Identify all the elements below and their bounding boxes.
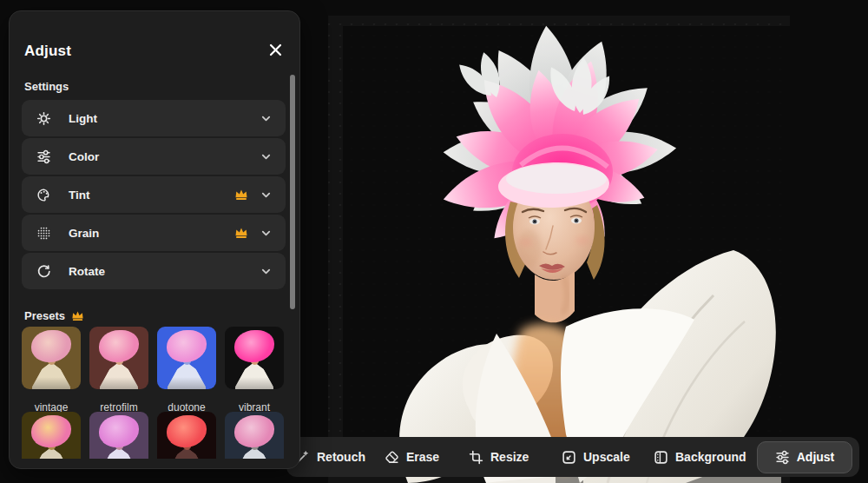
preset-thumbnail-retrofilm[interactable] [89, 327, 148, 389]
toolbar-button-erase[interactable]: Erase [385, 437, 439, 477]
presets-grid-row1 [22, 327, 286, 389]
chevron-down-icon [259, 149, 273, 164]
portrait-artwork [328, 16, 790, 483]
grain-icon [34, 225, 53, 241]
setting-row-light[interactable]: Light [22, 100, 286, 136]
presets-section-label: Presets [24, 309, 84, 322]
preset-flower-shape [234, 415, 274, 447]
preset-dress-shape [100, 362, 138, 389]
preset-dress-shape [235, 362, 273, 389]
preset-thumbnail-vibrant[interactable] [225, 327, 284, 389]
crown-icon [234, 227, 248, 239]
setting-row-label: Light [69, 112, 97, 125]
preset-flower-shape [31, 330, 71, 362]
preset-thumbnail[interactable] [22, 412, 81, 459]
portrait-image[interactable] [328, 16, 790, 483]
toolbar-button-label: Resize [490, 450, 529, 464]
settings-label-text: Settings [24, 80, 69, 93]
adjust-sliders-icon [775, 450, 790, 465]
color-sliders-icon [34, 149, 53, 164]
preset-flower-shape [167, 330, 207, 362]
setting-row-rotate[interactable]: Rotate [22, 253, 286, 289]
preset-flower-shape [99, 415, 139, 447]
setting-row-label: Tint [69, 189, 90, 202]
preset-flower-shape [234, 330, 274, 362]
erase-icon [385, 450, 399, 465]
toolbar-button-retouch[interactable]: Retouch [295, 437, 365, 477]
preset-dress-shape [32, 362, 70, 389]
resize-icon [469, 450, 483, 465]
crown-icon [71, 310, 84, 321]
settings-section-label: Settings [24, 80, 69, 93]
preset-dress-shape [168, 362, 206, 389]
adjust-panel-content: Adjust Settings LightColorTintGrainRotat… [10, 11, 299, 459]
toolbar-button-background[interactable]: Background [654, 437, 746, 477]
preset-thumbnail[interactable] [157, 412, 216, 459]
close-icon[interactable] [265, 41, 286, 62]
setting-row-label: Grain [69, 227, 99, 240]
rotate-icon [34, 263, 53, 279]
preset-flower-shape [99, 330, 139, 362]
presets-label-text: Presets [24, 309, 65, 322]
chevron-down-icon [259, 188, 273, 202]
preset-flower-shape [31, 415, 71, 447]
panel-title: Adjust [24, 43, 71, 60]
chevron-down-icon [259, 111, 273, 126]
upscale-icon [562, 450, 576, 465]
toolbar-button-label: Background [675, 450, 746, 464]
crown-icon [234, 189, 248, 201]
preset-thumbnail-vintage[interactable] [22, 327, 81, 389]
presets-grid-row2 [22, 412, 286, 459]
toolbar-button-resize[interactable]: Resize [469, 437, 529, 477]
chevron-down-icon [259, 264, 273, 279]
preset-thumbnail[interactable] [225, 412, 284, 459]
bottom-toolbar: RetouchEraseResizeUpscaleBackgroundAdjus… [286, 437, 859, 477]
setting-row-label: Color [69, 150, 99, 163]
setting-row-label: Rotate [69, 265, 105, 278]
palette-icon [34, 187, 53, 202]
panel-scrollbar[interactable] [290, 75, 295, 309]
toolbar-button-adjust-active[interactable]: Adjust [757, 441, 852, 473]
toolbar-button-label: Adjust [797, 450, 835, 464]
setting-row-grain[interactable]: Grain [22, 215, 286, 251]
preset-thumbnail-duotone[interactable] [157, 327, 216, 389]
chevron-down-icon [259, 226, 273, 241]
preset-flower-shape [167, 415, 207, 447]
toolbar-button-label: Erase [406, 450, 439, 464]
settings-list: LightColorTintGrainRotate [22, 100, 286, 291]
sun-icon [34, 110, 53, 126]
adjust-panel: Adjust Settings LightColorTintGrainRotat… [9, 10, 300, 469]
toolbar-button-upscale[interactable]: Upscale [562, 437, 630, 477]
toolbar-button-label: Retouch [317, 450, 365, 464]
setting-row-color[interactable]: Color [22, 138, 286, 175]
preset-thumbnail[interactable] [89, 412, 148, 459]
toolbar-button-label: Upscale [583, 450, 630, 464]
background-icon [654, 450, 668, 465]
setting-row-tint[interactable]: Tint [22, 176, 286, 213]
